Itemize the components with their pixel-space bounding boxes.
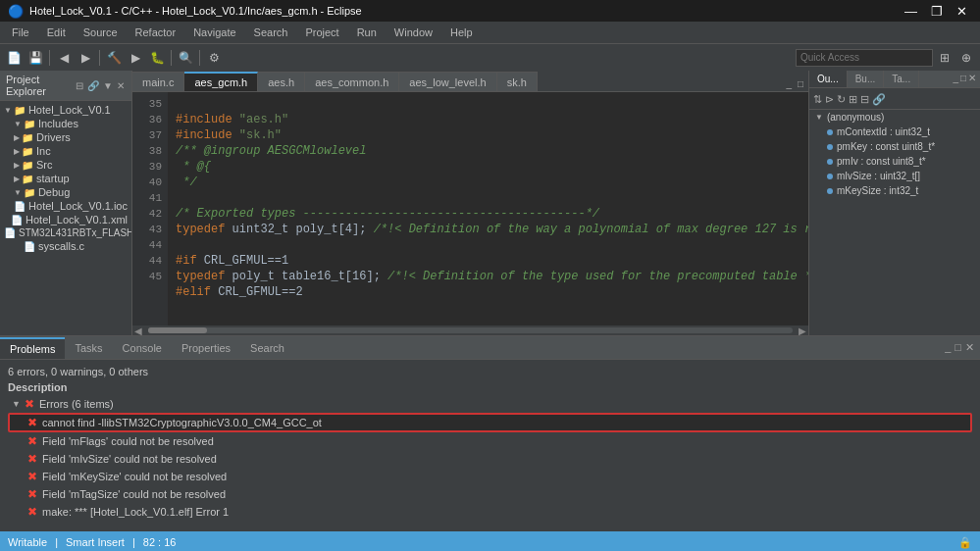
outline-expand-icon[interactable]: ⊞ — [849, 93, 857, 106]
error-item-3[interactable]: ✖ Field 'mKeySize' could not be resolved — [8, 468, 972, 485]
bottom-maximize-icon[interactable]: □ — [954, 341, 961, 354]
bottom-tab-properties[interactable]: Properties — [172, 337, 240, 359]
tree-item-hotel-lock[interactable]: ▼ 📁 Hotel_Lock_V0.1 — [0, 103, 131, 117]
menu-search[interactable]: Search — [246, 25, 296, 40]
tree-label-syscalls: syscalls.c — [38, 240, 84, 252]
tree-arrow-includes[interactable]: ▼ — [14, 120, 22, 128]
tree-arrow[interactable]: ▼ — [4, 106, 12, 115]
back-button[interactable]: ◀ — [54, 48, 74, 68]
tab-aes-common-h[interactable]: aes_common.h — [305, 72, 399, 91]
tree-item-ld[interactable]: 📄 STM32L431RBTx_FLASH.ld — [0, 226, 131, 239]
save-button[interactable]: 💾 — [26, 48, 45, 68]
outline-item-contextid[interactable]: mContextId : uint32_t — [809, 125, 980, 139]
minimize-button[interactable]: — — [900, 4, 922, 19]
tab-aes-low-level-h[interactable]: aes_low_level.h — [399, 72, 496, 91]
menu-source[interactable]: Source — [76, 25, 126, 40]
tree-item-syscalls[interactable]: 📄 syscalls.c — [0, 239, 131, 253]
quick-access-input[interactable] — [796, 49, 933, 67]
maximize-editor-icon[interactable]: □ — [795, 78, 806, 89]
debug-button[interactable]: 🐛 — [147, 48, 167, 68]
tab-aes-h[interactable]: aes.h — [258, 72, 305, 91]
tree-arrow-drivers[interactable]: ▶ — [14, 133, 20, 142]
outline-arrow-anonymous[interactable]: ▼ — [815, 113, 823, 122]
panel-menu-icon[interactable]: ▼ — [102, 79, 114, 92]
outline-tree: ⇅ ⊳ ↻ ⊞ ⊟ 🔗 ▼ (anonymous) mContextId : u… — [809, 88, 980, 335]
search-toolbar-button[interactable]: 🔍 — [176, 48, 195, 68]
tab-main-c[interactable]: main.c — [132, 72, 184, 91]
close-panel-icon[interactable]: ✕ — [116, 79, 126, 92]
right-panel-icons: _ □ ✕ — [949, 71, 980, 87]
menu-project[interactable]: Project — [297, 25, 346, 40]
bottom-minimize-icon[interactable]: _ — [945, 341, 951, 354]
errors-group-header[interactable]: ▼ ✖ Errors (6 items) — [8, 395, 972, 413]
tree-arrow-src[interactable]: ▶ — [14, 161, 20, 170]
tree-item-ioc[interactable]: 📄 Hotel_Lock_V0.1.ioc — [0, 199, 131, 213]
right-panel-maximize-icon[interactable]: □ — [960, 73, 966, 85]
tree-item-src[interactable]: ▶ 📁 Src — [0, 158, 131, 172]
menu-navigate[interactable]: Navigate — [185, 25, 243, 40]
bottom-tab-tasks[interactable]: Tasks — [65, 337, 112, 359]
tree-arrow-debug[interactable]: ▼ — [14, 188, 22, 197]
forward-button[interactable]: ▶ — [76, 48, 95, 68]
outline-item-pmiv[interactable]: pmIv : const uint8_t* — [809, 154, 980, 169]
bottom-tab-search[interactable]: Search — [240, 337, 294, 359]
right-tab-tasks[interactable]: Ta... — [884, 71, 919, 87]
outline-item-mkeysize[interactable]: mKeySize : int32_t — [809, 183, 980, 198]
outline-item-anonymous[interactable]: ▼ (anonymous) — [809, 110, 980, 125]
right-tab-outline[interactable]: Ou... — [809, 71, 848, 87]
menu-file[interactable]: File — [4, 25, 37, 40]
tree-item-inc[interactable]: ▶ 📁 Inc — [0, 144, 131, 158]
tree-item-drivers[interactable]: ▶ 📁 Drivers — [0, 130, 131, 144]
settings-button[interactable]: ⚙ — [204, 48, 224, 68]
outline-filter-icon[interactable]: ⊳ — [825, 93, 834, 106]
tree-item-debug[interactable]: ▼ 📁 Debug — [0, 185, 131, 199]
error-item-5[interactable]: ✖ make: *** [Hotel_Lock_V0.1.elf] Error … — [8, 503, 972, 521]
outline-sort-icon[interactable]: ⇅ — [813, 93, 822, 106]
new-button[interactable]: 📄 — [4, 48, 24, 68]
menu-refactor[interactable]: Refactor — [128, 25, 184, 40]
tab-sk-h[interactable]: sk.h — [497, 72, 538, 91]
error-item-2[interactable]: ✖ Field 'mIvSize' could not be resolved — [8, 450, 972, 468]
collapse-all-icon[interactable]: ⊟ — [75, 79, 84, 92]
console-tab-label: Console — [123, 342, 162, 354]
right-panel-close-icon[interactable]: ✕ — [968, 73, 976, 85]
right-tab-build[interactable]: Bu... — [848, 71, 885, 87]
build-button[interactable]: 🔨 — [104, 48, 124, 68]
error-text-1: Field 'mFlags' could not be resolved — [42, 435, 214, 447]
maximize-button[interactable]: ❐ — [926, 4, 948, 19]
bottom-tab-console[interactable]: Console — [113, 337, 172, 359]
outline-link-icon[interactable]: 🔗 — [872, 93, 886, 106]
menu-help[interactable]: Help — [442, 25, 481, 40]
tab-aes-gcm-h[interactable]: aes_gcm.h — [184, 72, 258, 91]
tree-arrow-startup[interactable]: ▶ — [14, 175, 20, 183]
menu-run[interactable]: Run — [349, 25, 385, 40]
outline-item-pmkey[interactable]: pmKey : const uint8_t* — [809, 139, 980, 154]
outline-collapse-icon[interactable]: ⊟ — [860, 93, 869, 106]
minimize-editor-icon[interactable]: _ — [783, 78, 795, 89]
tree-item-startup[interactable]: ▶ 📁 startup — [0, 172, 131, 185]
tree-item-includes[interactable]: ▼ 📁 Includes — [0, 117, 131, 130]
error-item-0[interactable]: ✖ cannot find -llibSTM32CryptographicV3.… — [8, 413, 972, 432]
close-button[interactable]: ✕ — [952, 4, 972, 19]
editor-scrollbar-horizontal[interactable]: ◀ ▶ — [132, 326, 808, 335]
group-collapse-arrow[interactable]: ▼ — [12, 399, 21, 409]
bottom-close-icon[interactable]: ✕ — [965, 341, 974, 354]
error-item-4[interactable]: ✖ Field 'mTagSize' could not be resolved — [8, 485, 972, 503]
error-item-1[interactable]: ✖ Field 'mFlags' could not be resolved — [8, 432, 972, 450]
link-with-editor-icon[interactable]: 🔗 — [86, 79, 100, 92]
status-separator-2: | — [132, 536, 135, 548]
run-button[interactable]: ▶ — [126, 48, 145, 68]
bottom-tab-problems[interactable]: Problems — [0, 337, 65, 359]
menu-window[interactable]: Window — [387, 25, 440, 40]
right-panel-minimize-icon[interactable]: _ — [953, 73, 958, 85]
menu-edit[interactable]: Edit — [39, 25, 74, 40]
open-perspective-button[interactable]: ⊕ — [956, 48, 976, 68]
project-folder-icon: 📁 — [14, 105, 26, 116]
outline-sync-icon[interactable]: ↻ — [837, 93, 846, 106]
perspective-button[interactable]: ⊞ — [935, 48, 954, 68]
code-editor[interactable]: 35 36 37 38 39 40 41 42 43 44 44 45 #inc… — [132, 92, 808, 326]
tree-arrow-inc[interactable]: ▶ — [14, 147, 20, 156]
tree-item-xml[interactable]: 📄 Hotel_Lock_V0.1.xml — [0, 213, 131, 226]
outline-item-mivsize[interactable]: mIvSize : uint32_t[] — [809, 169, 980, 183]
error-icon-3: ✖ — [27, 470, 37, 483]
